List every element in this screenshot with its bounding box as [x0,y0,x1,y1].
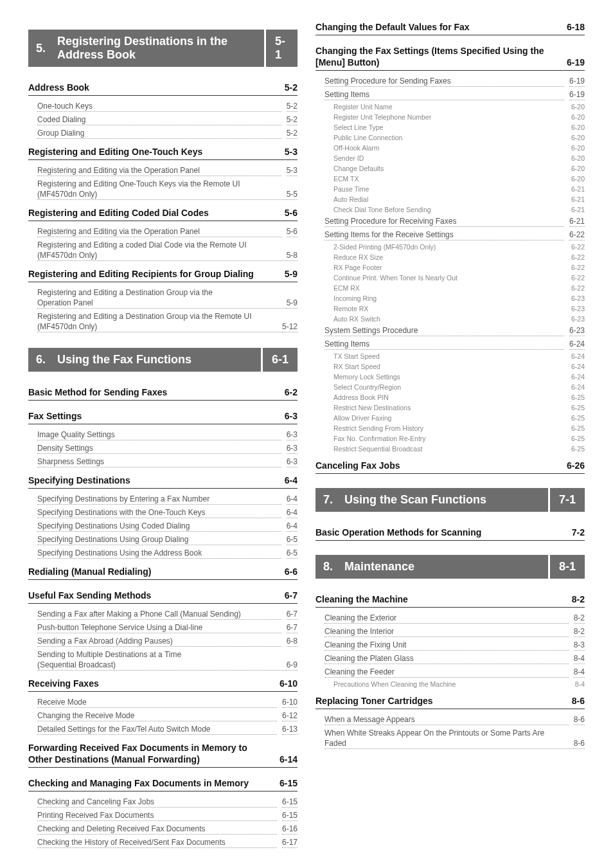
toc-entry-lvl1[interactable]: Registering and Editing Recipients for G… [28,262,298,282]
chapter-heading: 7.Using the Scan Functions7-1 [315,488,585,512]
toc-entry-lvl1[interactable]: Replacing Toner Cartridges8-6 [315,689,585,709]
toc-entry-lvl2[interactable]: Registering and Editing via the Operatio… [28,164,298,177]
toc-entry-lvl2[interactable]: Sending a Fax Abroad (Adding Pauses)6-8 [28,635,298,648]
toc-entry-lvl3[interactable]: Check Dial Tone Before Sending6-21 [315,204,585,215]
toc-entry-lvl1[interactable]: Fax Settings6-3 [28,404,298,424]
toc-entry-lvl1[interactable]: Basic Method for Sending Faxes6-2 [28,381,298,401]
toc-entry-lvl2[interactable]: Specifying Destinations Using Coded Dial… [28,520,298,533]
chapter-title: 5.Registering Destinations in the Addres… [28,30,264,67]
toc-entry-lvl2[interactable]: When White Streaks Appear On the Printou… [315,727,585,750]
toc-entry-lvl1[interactable]: Basic Operation Methods for Scanning7-2 [315,521,585,541]
toc-entry-lvl3[interactable]: Restrict Sequential Broadcast6-25 [315,444,585,454]
toc-entry-lvl2[interactable]: Sending to Multiple Destinations at a Ti… [28,648,298,672]
toc-label: Cleaning the Machine [315,594,567,604]
toc-entry-lvl3[interactable]: Select Country/Region6-24 [315,382,585,392]
toc-entry-lvl2[interactable]: Setting Procedure for Sending Faxes6-19 [315,75,585,88]
toc-entry-lvl2[interactable]: Specifying Destinations Using Group Dial… [28,533,298,547]
toc-entry-lvl1[interactable]: Useful Fax Sending Methods6-7 [28,584,298,604]
toc-entry-lvl2[interactable]: Setting Items6-24 [315,338,585,351]
toc-entry-lvl2[interactable]: Printing Received Fax Documents6-15 [28,809,298,822]
toc-entry-lvl3[interactable]: Continue Print. When Toner Is Nearly Out… [315,273,585,283]
toc-entry-lvl3[interactable]: Sender ID6-20 [315,153,585,163]
toc-entry-lvl3[interactable]: Reduce RX Size6-22 [315,252,585,262]
toc-entry-lvl1[interactable]: Canceling Fax Jobs6-26 [315,454,585,474]
toc-label: [Menu] Button) [315,57,562,68]
toc-entry-lvl2[interactable]: Checking and Deleting Received Fax Docum… [28,822,298,836]
toc-entry-lvl3[interactable]: Change Defaults6-20 [315,163,585,174]
toc-entry-lvl3[interactable]: ECM TX6-20 [315,174,585,184]
toc-entry-lvl2[interactable]: Registering and Editing a Destination Gr… [28,286,298,310]
toc-entry-lvl2[interactable]: Changing the Receive Mode6-12 [28,709,298,723]
toc-entry-lvl3[interactable]: TX Start Speed6-24 [315,351,585,361]
toc-entry-lvl2[interactable]: Registering and Editing via the Operatio… [28,225,298,239]
toc-entry-lvl3[interactable]: Fax No. Confirmation Re-Entry6-25 [315,433,585,444]
toc-entry-lvl3[interactable]: Address Book PIN6-25 [315,392,585,402]
toc-entry-lvl2[interactable]: Detailed Settings for the Fax/Tel Auto S… [28,723,298,736]
toc-entry-lvl2[interactable]: Cleaning the Exterior8-2 [315,611,585,625]
toc-entry-lvl1[interactable]: Cleaning the Machine8-2 [315,588,585,608]
toc-entry-lvl2[interactable]: Receive Mode6-10 [28,696,298,709]
toc-entry-lvl2[interactable]: Specifying Destinations by Entering a Fa… [28,493,298,506]
toc-entry-lvl1[interactable]: Address Book5-2 [28,76,298,96]
toc-entry-lvl3[interactable]: Register Unit Name6-20 [315,102,585,112]
toc-page-ref: 8-2 [574,613,585,624]
toc-entry-lvl1[interactable]: Specifying Destinations6-4 [28,469,298,489]
toc-entry-lvl2[interactable]: Density Settings6-3 [28,442,298,455]
toc-label: Register Unit Name [333,103,566,111]
toc-entry-lvl2[interactable]: Cleaning the Fixing Unit8-3 [315,638,585,652]
toc-entry-lvl2[interactable]: Setting Items6-19 [315,88,585,102]
toc-entry-lvl3[interactable]: ECM RX6-22 [315,283,585,293]
toc-entry-lvl3[interactable]: RX Start Speed6-24 [315,361,585,372]
toc-entry-lvl2[interactable]: Registering and Editing a coded Dial Cod… [28,239,298,262]
toc-entry-lvl3[interactable]: Off-Hook Alarm6-20 [315,143,585,153]
toc-entry-lvl3[interactable]: Auto RX Switch6-23 [315,314,585,324]
toc-entry-lvl2[interactable]: Image Quality Settings6-3 [28,428,298,442]
toc-entry-lvl2[interactable]: Sharpness Settings6-3 [28,455,298,469]
toc-page-ref: 8-6 [574,715,585,725]
toc-entry-lvl3[interactable]: Restrict New Destinations6-25 [315,402,585,413]
toc-entry-lvl1[interactable]: Receiving Faxes6-10 [28,672,298,692]
toc-entry-lvl3[interactable]: Memory Lock Settings6-24 [315,372,585,382]
toc-entry-lvl2[interactable]: Push-button Telephone Service Using a Di… [28,621,298,635]
toc-entry-lvl2[interactable]: Registering and Editing a Destination Gr… [28,310,298,334]
toc-entry-lvl3[interactable]: Incoming Ring6-23 [315,293,585,303]
toc-entry-lvl1[interactable]: Redialing (Manual Redialing)6-6 [28,560,298,580]
toc-entry-lvl2[interactable]: One-touch Keys5-2 [28,100,298,113]
toc-entry-lvl2[interactable]: When a Message Appears8-6 [315,713,585,727]
toc-entry-lvl1[interactable]: Changing the Default Values for Fax6-18 [315,15,585,35]
toc-entry-lvl2[interactable]: Cleaning the Interior8-2 [315,625,585,638]
toc-entry-lvl2[interactable]: Cleaning the Feeder8-4 [315,665,585,679]
toc-entry-lvl2[interactable]: Checking and Canceling Fax Jobs6-15 [28,795,298,809]
toc-entry-lvl3[interactable]: RX Page Footer6-22 [315,262,585,273]
toc-entry-lvl3[interactable]: Auto Redial6-21 [315,194,585,204]
toc-entry-lvl2[interactable]: Sending a Fax after Making a Phone Call … [28,608,298,621]
toc-entry-lvl2[interactable]: Setting Items for the Receive Settings6-… [315,228,585,242]
toc-entry-lvl2[interactable]: Group Dialing5-2 [28,127,298,140]
toc-entry-lvl3[interactable]: Restrict Sending From History6-25 [315,423,585,433]
toc-entry-lvl3[interactable]: 2-Sided Printing (MF4570dn Only)6-22 [315,242,585,252]
toc-entry-lvl1[interactable]: Changing the Fax Settings (Items Specifi… [315,39,585,71]
toc-entry-lvl3[interactable]: Pause Time6-21 [315,184,585,194]
toc-entry-lvl3[interactable]: Allow Driver Faxing6-25 [315,413,585,423]
toc-entry-lvl2[interactable]: System Settings Procedure6-23 [315,324,585,338]
toc-label: Other Destinations (Manual Forwarding) [28,754,274,764]
toc-entry-lvl1[interactable]: Checking and Managing Fax Documents in M… [28,772,298,791]
toc-entry-lvl2[interactable]: Coded Dialing5-2 [28,113,298,127]
toc-entry-lvl3[interactable]: Public Line Connection6-20 [315,132,585,143]
toc-entry-lvl3[interactable]: Remote RX6-23 [315,303,585,314]
toc-entry-lvl2[interactable]: Specifying Destinations with the One-Tou… [28,506,298,520]
toc-entry-lvl3[interactable]: Register Unit Telephone Number6-20 [315,112,585,122]
toc-entry-lvl1[interactable]: Forwarding Received Fax Documents in Mem… [28,736,298,768]
toc-entry-lvl2[interactable]: Registering and Editing One-Touch Keys v… [28,177,298,201]
toc-page-ref: 5-9 [285,269,298,279]
toc-entry-lvl1[interactable]: Registering and Editing One-Touch Keys5-… [28,140,298,160]
toc-page-ref: 6-25 [571,404,585,411]
toc-entry-lvl2[interactable]: Setting Procedure for Receiving Faxes6-2… [315,215,585,228]
toc-entry-lvl2[interactable]: Checking the History of Received/Sent Fa… [28,836,298,849]
toc-entry-lvl3[interactable]: Precautions When Cleaning the Machine8-4 [315,679,585,689]
toc-entry-lvl2[interactable]: Cleaning the Platen Glass8-4 [315,652,585,665]
toc-entry-lvl3[interactable]: Select Line Type6-20 [315,122,585,132]
toc-entry-lvl2[interactable]: Specifying Destinations Using the Addres… [28,547,298,560]
toc-entry-lvl1[interactable]: Registering and Editing Coded Dial Codes… [28,201,298,221]
toc-label-line1: Changing the Fax Settings (Items Specifi… [315,46,585,57]
